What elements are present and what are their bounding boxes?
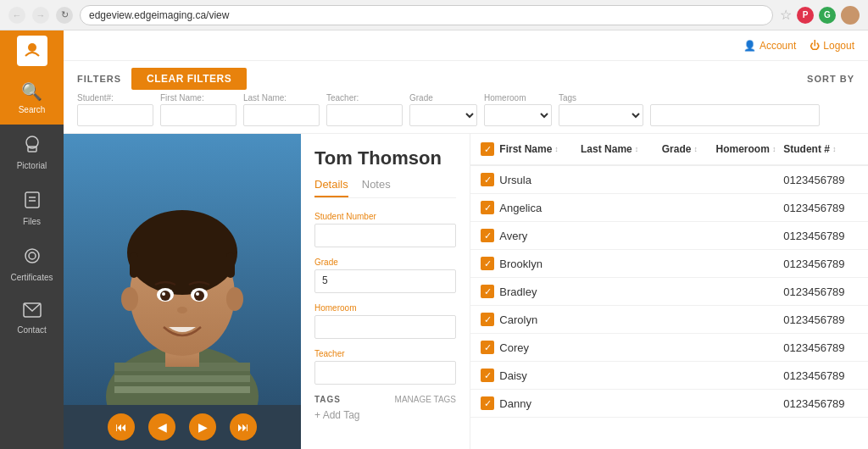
table-row[interactable]: ✓ Angelica 0123456789 (470, 194, 868, 222)
row-checkbox-7[interactable]: ✓ (481, 369, 499, 382)
tab-notes[interactable]: Notes (362, 178, 391, 197)
content-area: ⏮ ◀ ▶ ⏭ Tom Thomson Details (64, 134, 868, 449)
teacher-input[interactable] (326, 104, 403, 126)
photo-next-button[interactable]: ▶ (189, 413, 216, 441)
col-grade[interactable]: Grade ↕ (662, 143, 716, 155)
logout-link[interactable]: ⏻ Logout (810, 40, 854, 52)
col-studentnum-label: Student # (783, 143, 830, 155)
sort-input[interactable] (650, 104, 820, 126)
student-number-input[interactable] (77, 104, 153, 126)
col-lastname[interactable]: Last Name ↕ (581, 143, 662, 155)
header-checkbox[interactable]: ✓ (481, 142, 499, 156)
row-firstname-4: Bradley (499, 285, 581, 298)
svg-point-6 (25, 249, 39, 263)
refresh-button[interactable]: ↻ (56, 7, 73, 24)
tab-details[interactable]: Details (314, 178, 348, 197)
svg-point-17 (127, 210, 237, 295)
col-grade-label: Grade (662, 143, 692, 155)
grade-sort-icon: ↕ (693, 145, 698, 153)
logo-icon (17, 36, 47, 66)
table-row[interactable]: ✓ Bradley 0123456789 (470, 278, 868, 306)
bookmark-icon[interactable]: ☆ (780, 7, 792, 23)
table-row[interactable]: ✓ Corey 0123456789 (470, 334, 868, 362)
filter-first-name-label: First Name: (160, 93, 236, 103)
filter-student-number: Student#: (77, 93, 153, 126)
ext-google: G (819, 7, 836, 24)
row-studentnum-7: 0123456789 (783, 369, 858, 382)
filter-grade-label: Grade (409, 93, 477, 103)
photo-next-icon: ▶ (198, 420, 208, 434)
col-homeroom[interactable]: Homeroom ↕ (716, 143, 784, 155)
manage-tags-link[interactable]: MANAGE TAGS (395, 395, 456, 404)
account-link[interactable]: 👤 Account (743, 40, 796, 52)
table-row[interactable]: ✓ Brooklyn 0123456789 (470, 250, 868, 278)
filter-student-number-label: Student#: (77, 93, 153, 103)
svg-rect-3 (25, 192, 39, 208)
table-row[interactable]: ✓ Carolyn 0123456789 (470, 306, 868, 334)
add-tag-button[interactable]: + Add Tag (314, 409, 456, 421)
svg-point-25 (194, 291, 204, 301)
table-row[interactable]: ✓ Daisy 0123456789 (470, 362, 868, 390)
row-cb-checked-5: ✓ (481, 313, 494, 326)
photo-first-button[interactable]: ⏮ (108, 413, 135, 441)
user-avatar (841, 6, 860, 25)
row-checkbox-4[interactable]: ✓ (481, 285, 499, 298)
app: 🔍 Search Pictorial Files Certificates (0, 30, 868, 449)
row-checkbox-8[interactable]: ✓ (481, 396, 499, 410)
first-name-input[interactable] (160, 104, 236, 126)
filter-first-name: First Name: (160, 93, 236, 126)
row-checkbox-6[interactable]: ✓ (481, 341, 499, 354)
url-bar[interactable]: edgeview.edgeimaging.ca/view (80, 5, 773, 25)
svg-point-24 (160, 291, 170, 301)
row-checkbox-1[interactable]: ✓ (481, 201, 499, 214)
contact-icon (23, 302, 42, 322)
photo-prev-icon: ◀ (158, 420, 167, 434)
col-firstname[interactable]: First Name ↕ (499, 143, 581, 155)
back-button[interactable]: ← (8, 7, 25, 24)
sidebar-item-pictorial[interactable]: Pictorial (0, 125, 64, 180)
filter-sort-label (650, 93, 854, 103)
homeroom-field: Homeroom (314, 303, 456, 339)
col-studentnum[interactable]: Student # ↕ (783, 143, 858, 155)
last-name-input[interactable] (243, 104, 320, 126)
sidebar-item-search[interactable]: 🔍 Search (0, 71, 64, 125)
row-cb-checked-3: ✓ (481, 257, 494, 270)
row-checkbox-0[interactable]: ✓ (481, 173, 499, 186)
homeroom-select[interactable] (484, 104, 552, 126)
forward-button[interactable]: → (32, 7, 49, 24)
tags-select[interactable] (559, 104, 643, 126)
sidebar-files-label: Files (23, 217, 41, 226)
sidebar-item-certificates[interactable]: Certificates (0, 236, 64, 292)
svg-rect-13 (114, 375, 250, 382)
photo-prev-button[interactable]: ◀ (148, 413, 175, 441)
table-row[interactable]: ✓ Ursula 0123456789 (470, 166, 868, 194)
sidebar-item-contact[interactable]: Contact (0, 292, 64, 345)
firstname-sort-icon: ↕ (554, 145, 559, 153)
grade-select[interactable] (409, 104, 477, 126)
row-cb-checked-1: ✓ (481, 201, 494, 214)
clear-filters-button[interactable]: CLEAR FILTERS (131, 68, 247, 90)
sidebar-item-files[interactable]: Files (0, 180, 64, 236)
row-checkbox-5[interactable]: ✓ (481, 313, 499, 326)
row-cb-checked-6: ✓ (481, 341, 494, 354)
photo-last-button[interactable]: ⏭ (230, 413, 257, 441)
studentnum-sort-icon: ↕ (832, 145, 837, 153)
sidebar-search-label: Search (19, 105, 46, 114)
row-firstname-5: Carolyn (499, 313, 581, 326)
row-checkbox-2[interactable]: ✓ (481, 229, 499, 242)
row-firstname-7: Daisy (499, 369, 581, 382)
svg-rect-14 (114, 386, 250, 393)
row-checkbox-3[interactable]: ✓ (481, 257, 499, 270)
photo-first-icon: ⏮ (115, 420, 127, 434)
browser-chrome: ← → ↻ edgeview.edgeimaging.ca/view ☆ P G (0, 0, 868, 30)
svg-rect-18 (130, 252, 138, 278)
student-name: Tom Thomson (314, 147, 456, 169)
table-row[interactable]: ✓ Danny 0123456789 (470, 390, 868, 418)
row-studentnum-0: 0123456789 (783, 174, 858, 186)
svg-rect-19 (226, 252, 235, 278)
photo-controls: ⏮ ◀ ▶ ⏭ (64, 405, 301, 449)
sidebar: 🔍 Search Pictorial Files Certificates (0, 30, 64, 449)
table-row[interactable]: ✓ Avery 0123456789 (470, 222, 868, 250)
sort-by-label: SORT BY (807, 74, 854, 84)
row-firstname-1: Angelica (499, 202, 581, 214)
